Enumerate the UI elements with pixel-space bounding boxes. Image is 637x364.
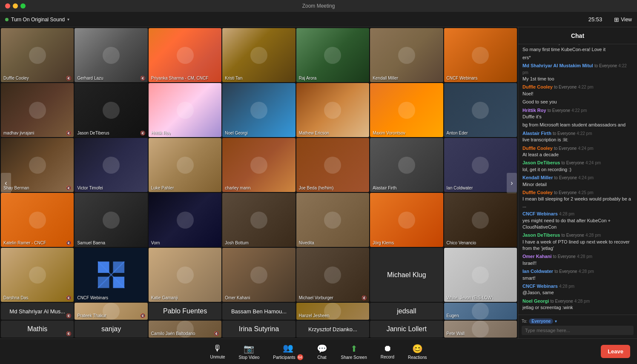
audio-status-dot [5,18,9,21]
participant-video [149,138,221,192]
video-grid: Duffle Cooley🔇Gerhard Lazu🔇Priyanka Shar… [0,27,518,338]
audio-label: Turn On Original Sound [11,17,65,23]
dropdown-arrow: ▾ [67,17,69,22]
message-time: 4:28 pm [585,233,601,238]
chat-title: Chat [571,32,584,39]
mic-icon: 🎙 [213,344,222,353]
message-recipient: to Everyone [553,254,576,259]
participant-name-label: Mathew Ericson [299,131,329,135]
message-text: live transcription is :lit: [522,137,568,142]
participant-name-label: Katie Gamanji [151,295,178,300]
message-time: 4:22 pm [578,85,593,89]
participant-name-label: Samuel Baena [77,241,105,245]
video-cell: CNCF Webinars [444,28,517,82]
chat-message: Good to see you [522,99,633,105]
reactions-button[interactable]: 😊 Reactions [408,344,427,360]
message-sender: Jason DeTiberus [522,160,560,165]
participant-name-label: Jason DeTiberus [77,131,109,135]
message-time: 4:22 pm [577,131,592,136]
muted-icon: 🔇 [362,295,367,300]
leave-button[interactable]: Leave [601,345,630,358]
message-time: 4:28 pm [559,284,574,289]
muted-icon: 🔇 [66,186,71,190]
video-cell: Katie Gamanji [149,248,221,302]
minimize-button[interactable] [13,3,18,9]
video-cell: Mathew Ericson [296,83,369,137]
video-cell: Omer Kahani [222,248,295,302]
video-cell: Samuel Baena [75,193,147,247]
video-cell: Nivedita [296,193,369,247]
participant-name-label: Eugen [447,313,459,318]
participant-video [222,28,295,82]
participants-button[interactable]: 👥 Participants 64 [273,343,303,360]
message-recipient: to Everyone [553,131,575,136]
chat-panel: Chat Pedro Correa to everyone 4:20 pmlol… [518,27,637,338]
top-bar: Turn On Original Sound ▾ 25:53 ⊞ View [0,12,637,27]
participant-name-label: Michael Vorburger [299,295,333,300]
view-button[interactable]: ⊞ View [614,16,632,23]
participant-name-label: Luke Pahler [151,186,174,190]
message-text: Duffle it's [522,114,542,119]
participant-name-label: charley mann [225,186,250,190]
participant-video [296,248,369,302]
chat-message: ers* [522,54,633,61]
video-cell: Joe Beda (he/him) [296,138,369,192]
participant-video [370,138,443,192]
share-screen-button[interactable]: ⬆ Share Screen [341,344,367,360]
message-sender: Kendall Miller [522,175,553,180]
video-cell: Luke Pahler [149,138,221,192]
video-cell: Victor Timofei [75,138,147,192]
chat-message: CNCF Webinars 4:28 pm@Jason, same [522,283,633,296]
participant-video [1,248,74,302]
next-page-button[interactable]: › [507,173,517,193]
participant-video [444,83,517,137]
participant-name: Krzysztof Dzianko... [305,323,361,336]
message-sender: Alastair Firth [522,131,551,136]
record-label: Record [381,355,394,359]
main-content: Duffle Cooley🔇Gerhard Lazu🔇Priyanka Shar… [0,27,637,338]
prev-page-button[interactable]: ‹ [1,173,11,193]
participant-video [149,28,221,82]
video-cell: Md Shahriyar Al Mus...🔇 [1,303,74,320]
message-text: Noel! [522,91,534,96]
chat-to-label: To: Everyone ▾ [522,318,634,324]
chat-messages[interactable]: Pedro Correa to everyone 4:20 pmlolDuffl… [518,44,637,315]
cncf-logo-icon [86,256,137,294]
chat-input[interactable] [522,326,634,335]
stop-video-label: Stop Video [239,355,260,360]
unmute-button[interactable]: 🎙 Unmute [210,344,225,359]
meeting-timer: 25:53 [588,16,603,23]
record-button[interactable]: ⏺ Record [381,344,394,359]
message-time: 4:24 pm [578,175,594,180]
chat-button[interactable]: 💬 Chat [317,344,327,360]
stop-video-button[interactable]: 📷 Stop Video [239,344,260,360]
chat-recipient[interactable]: Everyone [529,318,553,324]
participant-video [149,193,221,247]
video-cell: jedsall [370,303,443,320]
participant-name-label: Prateek Thakur [77,313,106,318]
participant-name-label: Vorn [151,241,160,245]
participant-name-label: Darshna Das [3,295,28,300]
camera-icon: 📷 [244,344,254,354]
chat-message: Md Shahriyar Al Mustakim Mitul to Everyo… [522,63,633,82]
participant-name-label: Victor Timofei [77,186,103,190]
message-sender: Noel Georgi [522,298,549,304]
video-cell: Ian Coldwater [444,138,517,192]
message-recipient: to Everyone [545,44,568,45]
participant-name-label: Kendall Miller [373,76,398,80]
message-text: jetlag or screentag :wink [522,305,573,310]
message-time: 4:28 pm [579,269,594,274]
participant-name-label: Nivedita [299,241,314,245]
message-text: I mean bill sleeping for 2 weeks would p… [522,196,631,208]
participant-video [444,138,517,192]
maximize-button[interactable] [20,3,26,9]
participant-name: Jannic Lollert [383,322,430,336]
chat-message: bg from Microsoft learn student ambassad… [522,122,633,128]
participant-name-label: Hrittik Roy [151,131,171,135]
audio-button[interactable]: Turn On Original Sound ▾ [5,17,69,23]
muted-icon: 🔇 [140,131,145,135]
video-cell: charley mann [222,138,295,192]
close-button[interactable] [5,3,10,9]
view-icon: ⊞ [614,16,619,23]
participant-name-label: Alastair Firth [373,186,396,190]
